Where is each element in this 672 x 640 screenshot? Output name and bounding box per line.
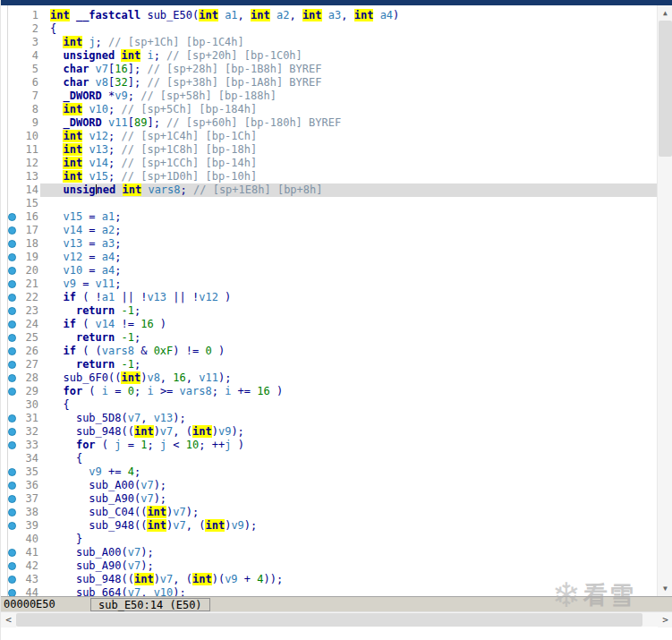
code-text[interactable]: unsigned int vars8; // [sp+1E8h] [bp+8h] — [40, 183, 658, 197]
code-line[interactable]: 4 unsigned int i; // [sp+20h] [bp-1C0h] — [1, 49, 658, 63]
code-line[interactable]: 7 _DWORD *v9; // [sp+58h] [bp-188h] — [1, 90, 658, 103]
code-text[interactable]: for ( j = 1; j < 10; ++j ) — [40, 439, 658, 452]
code-text[interactable]: if ( v14 != 16 ) — [40, 318, 658, 331]
code-line[interactable]: 20 v10 = a4; — [1, 264, 658, 277]
code-line[interactable]: 26 if ( (vars8 & 0xF) != 0 ) — [1, 345, 658, 358]
code-text[interactable]: int v14; // [sp+1CCh] [bp-14h] — [40, 157, 658, 170]
code-text[interactable]: for ( i = 0; i >= vars8; i += 16 ) — [40, 385, 658, 398]
code-line[interactable]: 22 if ( !a1 || !v13 || !v12 ) — [1, 291, 658, 304]
code-text[interactable]: char v8[32]; // [sp+38h] [bp-1A8h] BYREF — [40, 76, 658, 90]
breakpoint-dot[interactable] — [8, 589, 16, 596]
code-text[interactable]: v10 = a4; — [40, 264, 658, 277]
code-line[interactable]: 43 sub_948((int)v7, (int)(v9 + 4)); — [1, 573, 658, 586]
code-text[interactable]: if ( !a1 || !v13 || !v12 ) — [40, 291, 658, 304]
code-text[interactable]: return -1; — [40, 304, 658, 318]
breakpoint-dot[interactable] — [8, 294, 16, 302]
code-line[interactable]: 10 int v12; // [sp+1C4h] [bp-1Ch] — [1, 130, 658, 143]
code-line[interactable]: 33 for ( j = 1; j < 10; ++j ) — [1, 439, 658, 452]
code-text[interactable]: sub_A00(v7); — [40, 479, 658, 492]
code-text[interactable] — [40, 197, 658, 210]
breakpoint-dot[interactable] — [8, 361, 16, 369]
code-text[interactable]: int v12; // [sp+1C4h] [bp-1Ch] — [40, 130, 658, 143]
breakpoint-dot[interactable] — [8, 213, 16, 221]
breakpoint-dot[interactable] — [8, 280, 16, 288]
breakpoint-dot[interactable] — [8, 320, 16, 329]
code-line[interactable]: 25 return -1; — [1, 331, 658, 345]
code-line[interactable]: 28 sub_6F0((int)v8, 16, v11); — [1, 371, 658, 385]
code-text[interactable]: { — [40, 452, 658, 465]
vertical-scrollbar-thumb[interactable] — [659, 21, 672, 157]
breakpoint-dot[interactable] — [8, 374, 16, 382]
code-line[interactable]: 35 v9 += 4; — [1, 465, 658, 479]
code-text[interactable]: sub_C04((int)v7); — [40, 506, 658, 519]
code-line[interactable]: 2{ — [1, 22, 658, 36]
breakpoint-dot[interactable] — [8, 253, 16, 261]
code-text[interactable]: v13 = a3; — [40, 237, 658, 251]
code-text[interactable]: sub_6F0((int)v8, 16, v11); — [40, 371, 658, 385]
code-line[interactable]: 15 — [1, 197, 658, 210]
code-line[interactable]: 17 v14 = a2; — [1, 224, 658, 237]
code-text[interactable]: unsigned int i; // [sp+20h] [bp-1C0h] — [40, 49, 658, 63]
breakpoint-dot[interactable] — [8, 522, 16, 530]
breakpoint-dot[interactable] — [8, 334, 16, 342]
scroll-right-button[interactable]: > — [658, 612, 672, 627]
code-line[interactable]: 14 unsigned int vars8; // [sp+1E8h] [bp+… — [1, 183, 658, 197]
code-line[interactable]: 6 char v8[32]; // [sp+38h] [bp-1A8h] BYR… — [1, 76, 658, 90]
code-text[interactable]: sub_A90(v7); — [40, 559, 658, 573]
code-line[interactable]: 19 v12 = a4; — [1, 251, 658, 264]
code-line[interactable]: 12 int v14; // [sp+1CCh] [bp-14h] — [1, 157, 658, 170]
breakpoint-dot[interactable] — [8, 468, 16, 476]
code-text[interactable]: int v10; // [sp+5Ch] [bp-184h] — [40, 103, 658, 116]
breakpoint-dot[interactable] — [8, 495, 16, 503]
breakpoint-dot[interactable] — [8, 562, 16, 570]
code-text[interactable]: sub_664(v7, v10); — [40, 586, 658, 596]
breakpoint-dot[interactable] — [8, 226, 16, 235]
code-line[interactable]: 41 sub_A00(v7); — [1, 546, 658, 559]
code-line[interactable]: 8 int v10; // [sp+5Ch] [bp-184h] — [1, 103, 658, 116]
code-line[interactable]: 5 char v7[16]; // [sp+28h] [bp-1B8h] BYR… — [1, 63, 658, 76]
code-text[interactable]: return -1; — [40, 331, 658, 345]
breakpoint-dot[interactable] — [8, 428, 16, 436]
code-line[interactable]: 42 sub_A90(v7); — [1, 559, 658, 573]
breakpoint-dot[interactable] — [8, 549, 16, 557]
code-text[interactable]: v12 = a4; — [40, 251, 658, 264]
code-text[interactable]: int __fastcall sub_E50(int a1, int a2, i… — [40, 9, 658, 22]
code-line[interactable]: 32 sub_948((int)v7, (int)v9); — [1, 425, 658, 439]
vertical-scrollbar[interactable]: ▲ ▼ — [657, 5, 672, 596]
code-line[interactable]: 36 sub_A00(v7); — [1, 479, 658, 492]
code-line[interactable]: 21 v9 = v11; — [1, 277, 658, 291]
code-text[interactable]: return -1; — [40, 358, 658, 371]
code-text[interactable]: v9 = v11; — [40, 277, 658, 291]
code-text[interactable]: _DWORD *v9; // [sp+58h] [bp-188h] — [40, 90, 658, 103]
code-text[interactable]: if ( (vars8 & 0xF) != 0 ) — [40, 345, 658, 358]
code-text[interactable]: sub_948((int)v7, (int)v9); — [40, 519, 658, 533]
code-line[interactable]: 11 int v13; // [sp+1C8h] [bp-18h] — [1, 143, 658, 157]
scroll-up-button[interactable]: ▲ — [658, 5, 672, 21]
breakpoint-dot[interactable] — [8, 441, 16, 449]
breakpoint-dot[interactable] — [8, 240, 16, 248]
code-text[interactable]: char v7[16]; // [sp+28h] [bp-1B8h] BYREF — [40, 63, 658, 76]
code-text[interactable]: { — [40, 22, 658, 36]
code-line[interactable]: 38 sub_C04((int)v7); — [1, 506, 658, 519]
code-text[interactable]: _DWORD v11[89]; // [sp+60h] [bp-180h] BY… — [40, 116, 658, 130]
code-line[interactable]: 9 _DWORD v11[89]; // [sp+60h] [bp-180h] … — [1, 116, 658, 130]
scroll-down-button[interactable]: ▼ — [658, 581, 672, 596]
code-line[interactable]: 34 { — [1, 452, 658, 465]
code-text[interactable]: int v13; // [sp+1C8h] [bp-18h] — [40, 143, 658, 157]
code-area[interactable]: 1int __fastcall sub_E50(int a1, int a2, … — [1, 5, 658, 596]
code-line[interactable]: 31 sub_5D8(v7, v13); — [1, 412, 658, 425]
breakpoint-dot[interactable] — [8, 576, 16, 584]
code-text[interactable]: { — [40, 398, 658, 412]
code-line[interactable]: 18 v13 = a3; — [1, 237, 658, 251]
code-text[interactable]: v9 += 4; — [40, 465, 658, 479]
code-line[interactable]: 16 v15 = a1; — [1, 210, 658, 224]
code-text[interactable]: sub_A90(v7); — [40, 492, 658, 506]
horizontal-scrollbar[interactable]: < > — [1, 611, 672, 627]
code-line[interactable]: 44 sub_664(v7, v10); — [1, 586, 658, 596]
code-line[interactable]: 37 sub_A90(v7); — [1, 492, 658, 506]
breakpoint-dot[interactable] — [8, 508, 16, 516]
horizontal-scrollbar-thumb[interactable] — [16, 613, 642, 627]
breakpoint-dot[interactable] — [8, 388, 16, 396]
code-line[interactable]: 24 if ( v14 != 16 ) — [1, 318, 658, 331]
code-line[interactable]: 27 return -1; — [1, 358, 658, 371]
